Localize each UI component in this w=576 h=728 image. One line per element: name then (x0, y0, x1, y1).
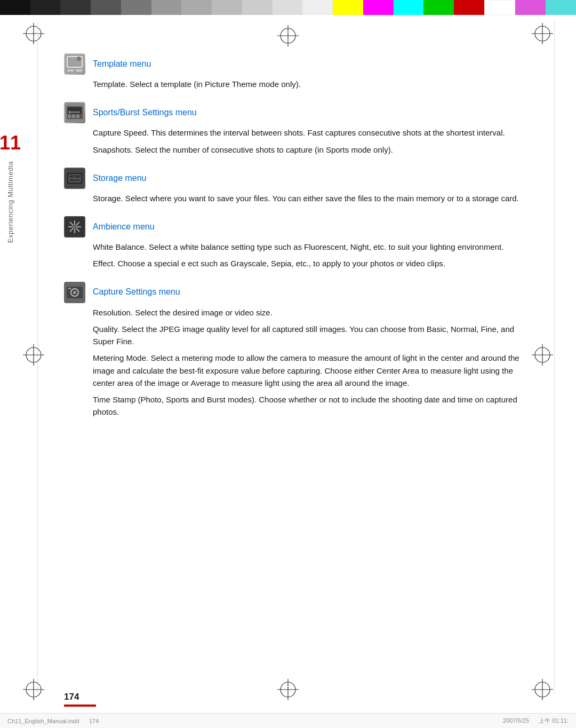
footer-rule (64, 705, 96, 707)
chapter-title: Experiencing Multimedia (6, 161, 14, 243)
footer-date: 2007/5/25 (503, 717, 529, 724)
storage-icon (64, 168, 85, 189)
storage-menu-descriptions: Storage. Select where you want to save y… (93, 192, 533, 204)
capture-settings-menu-descriptions: Resolution. Select the desired image or … (93, 306, 533, 418)
reg-mark-top-right (529, 20, 556, 49)
reg-mark-top-center (275, 22, 301, 51)
svg-rect-23 (68, 115, 71, 118)
ambience-icon (64, 216, 85, 238)
template-icon (64, 53, 85, 75)
svg-rect-24 (72, 115, 75, 118)
menu-header-template: Template menu (64, 53, 533, 75)
svg-rect-18 (67, 69, 74, 72)
capture-settings-menu-title[interactable]: Capture Settings menu (93, 286, 180, 298)
storage-menu-title[interactable]: Storage menu (93, 172, 147, 184)
footer-file-info: Ch11_English_Manual.indd 174 (7, 718, 503, 724)
sports-desc-1: Capture Speed. This determines the inter… (93, 126, 533, 139)
svg-rect-31 (69, 175, 74, 178)
capture-desc-4: Time Stamp (Photo, Sports and Burst mode… (93, 393, 533, 418)
svg-rect-32 (75, 175, 80, 178)
menu-header-sports: Sports/Burst Settings menu (64, 102, 533, 123)
section-sports-burst-menu: Sports/Burst Settings menu Capture Speed… (64, 102, 533, 156)
footer-filename: Ch11_English_Manual.indd (7, 718, 79, 724)
capture-desc-3: Metering Mode. Select a metering mode to… (93, 352, 533, 389)
section-storage-menu: Storage menu Storage. Select where you w… (64, 168, 533, 204)
reg-mark-bottom-center (275, 676, 301, 705)
reg-mark-top-left (20, 20, 47, 49)
menu-header-storage: Storage menu (64, 168, 533, 189)
sidebar-chapter: 11 Experiencing Multimedia (0, 117, 20, 675)
reg-mark-left-mid (20, 342, 47, 370)
storage-desc-1: Storage. Select where you want to save y… (93, 192, 533, 204)
sports-menu-descriptions: Capture Speed. This determines the inter… (93, 126, 533, 156)
svg-point-39 (73, 225, 77, 229)
svg-point-17 (77, 57, 81, 61)
ambience-menu-descriptions: White Balance. Select a white balance se… (93, 241, 533, 270)
sports-desc-2: Snapshots. Select the number of consecut… (93, 144, 533, 156)
footer-left: 174 (64, 692, 96, 707)
page-number: 174 (64, 692, 96, 702)
sports-menu-title[interactable]: Sports/Burst Settings menu (93, 107, 197, 118)
svg-rect-44 (68, 288, 71, 289)
menu-header-capture: Capture Settings menu (64, 282, 533, 303)
section-template-menu: Template menu Template. Select a templat… (64, 53, 533, 90)
ambience-menu-title[interactable]: Ambience menu (93, 221, 155, 233)
menu-header-ambience: Ambience menu (64, 216, 533, 238)
template-menu-title[interactable]: Template menu (93, 58, 151, 70)
svg-rect-22 (68, 107, 82, 114)
footer-page-num: 174 (89, 718, 99, 724)
footer-datetime: 2007/5/25 上午 01:11: (503, 717, 569, 725)
reg-mark-bottom-right (529, 676, 556, 705)
svg-rect-19 (76, 69, 82, 72)
capture-desc-1: Resolution. Select the desired image or … (93, 306, 533, 319)
color-bar (0, 0, 576, 15)
section-ambience-menu: Ambience menu White Balance. Select a wh… (64, 216, 533, 270)
ambience-desc-2: Effect. Choose a special e ect such as G… (93, 257, 533, 270)
chapter-number: 11 (0, 133, 21, 153)
section-capture-settings-menu: Capture Settings menu Resolution. Select… (64, 282, 533, 418)
capture-settings-icon (64, 282, 85, 303)
svg-point-43 (73, 291, 76, 294)
bottom-bar: Ch11_English_Manual.indd 174 2007/5/25 上… (0, 713, 576, 728)
template-menu-descriptions: Template. Select a template (in Picture … (93, 78, 533, 90)
capture-desc-2: Quality. Select the JPEG image quality l… (93, 323, 533, 348)
svg-rect-33 (69, 179, 80, 181)
template-desc-1: Template. Select a template (in Picture … (93, 78, 533, 90)
footer-time: 上午 01:11: (539, 717, 569, 724)
ambience-desc-1: White Balance. Select a white balance se… (93, 241, 533, 253)
svg-rect-25 (76, 115, 79, 118)
reg-mark-bottom-left (20, 676, 47, 705)
main-content: Template menu Template. Select a templat… (64, 53, 533, 664)
sports-icon (64, 102, 85, 123)
